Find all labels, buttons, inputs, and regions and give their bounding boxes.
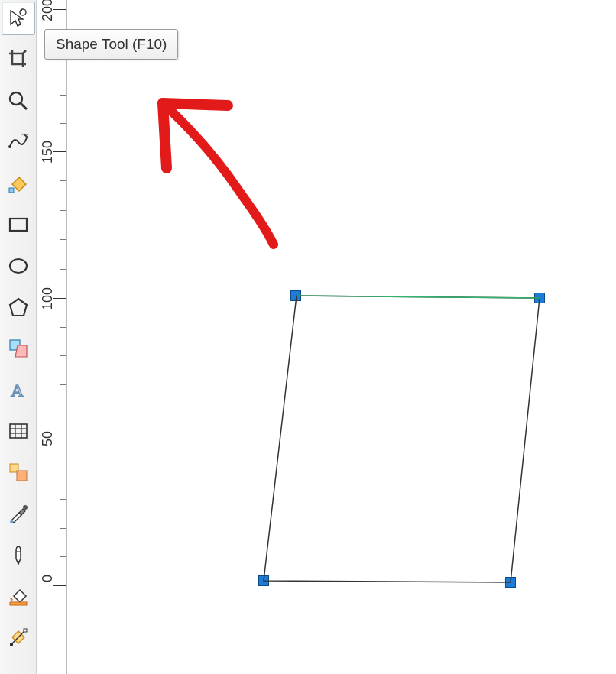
smart-fill-tool[interactable] (2, 167, 35, 200)
shape-node[interactable] (290, 290, 301, 301)
ruler-minor-tick (60, 556, 66, 557)
ruler-major-tick (53, 151, 66, 152)
ruler-minor-tick (60, 123, 66, 124)
ruler-minor-tick (60, 327, 66, 328)
shape-node[interactable] (258, 575, 269, 586)
crop-tool[interactable] (2, 43, 35, 76)
ruler-label: 0 (40, 575, 56, 582)
eyedropper-tool[interactable] (2, 497, 35, 530)
freehand-tool[interactable] (2, 125, 35, 159)
ruler-minor-tick (60, 66, 66, 66)
dimension-icon (8, 462, 29, 483)
selected-shape (67, 0, 616, 674)
basic-shapes-icon (8, 338, 29, 359)
svg-line-0 (297, 296, 540, 298)
outline-tool[interactable] (2, 538, 35, 572)
zoom-tool[interactable] (2, 84, 35, 118)
polygon-tool[interactable] (2, 290, 35, 324)
rectangle-icon (8, 214, 29, 235)
ruler-label: 100 (40, 287, 56, 310)
ruler-minor-tick (60, 355, 66, 356)
shape-tool[interactable] (2, 2, 35, 35)
text-tool[interactable] (2, 373, 35, 407)
ruler-label: 50 (40, 431, 56, 446)
interactive-fill-icon (8, 627, 29, 648)
ruler-minor-tick (60, 239, 66, 240)
ellipse-icon (8, 255, 29, 277)
canvas[interactable]: Shape Tool (F10) (67, 0, 616, 674)
outline-pen-icon (8, 544, 29, 565)
table-tool[interactable] (2, 414, 35, 448)
ruler-major-tick (53, 298, 66, 299)
smart-fill-icon (8, 173, 29, 194)
shape-node[interactable] (534, 293, 545, 303)
table-icon (8, 420, 29, 442)
ruler-label: 200 (40, 0, 56, 21)
toolbox (0, 0, 37, 674)
ruler-major-tick (53, 442, 66, 442)
rectangle-tool[interactable] (2, 208, 35, 241)
ruler-minor-tick (60, 413, 66, 413)
shape-cursor-icon (8, 8, 29, 29)
freehand-icon (8, 131, 29, 153)
interactive-fill-tool[interactable] (2, 621, 35, 654)
ruler-minor-tick (60, 384, 66, 385)
basic-shapes-tool[interactable] (2, 332, 35, 365)
shape-node[interactable] (505, 577, 516, 588)
eyedropper-icon (8, 503, 29, 524)
shape-tool-tooltip: Shape Tool (F10) (44, 29, 178, 60)
ruler-minor-tick (60, 269, 66, 270)
tooltip-text: Shape Tool (F10) (56, 36, 167, 52)
fill-bucket-icon (8, 585, 29, 607)
ruler-minor-tick (60, 528, 66, 529)
ruler-label: 150 (40, 141, 56, 164)
zoom-icon (8, 90, 29, 112)
ruler-minor-tick (60, 210, 66, 211)
annotation-arrow-icon (113, 76, 342, 306)
ruler-minor-tick (60, 499, 66, 500)
ruler-minor-tick (60, 95, 66, 96)
ellipse-tool[interactable] (2, 249, 35, 283)
text-icon (8, 379, 29, 400)
ruler-major-tick (53, 585, 66, 586)
polygon-icon (8, 296, 29, 318)
vertical-ruler: 200150100500 (37, 0, 67, 674)
crop-icon (8, 49, 29, 70)
ruler-minor-tick (60, 180, 66, 181)
fill-tool[interactable] (2, 579, 35, 613)
ruler-minor-tick (60, 471, 66, 471)
ruler-major-tick (53, 9, 66, 10)
dimension-tool[interactable] (2, 455, 35, 489)
app-root: 200150100500 Shape Tool (F10) (0, 0, 616, 674)
